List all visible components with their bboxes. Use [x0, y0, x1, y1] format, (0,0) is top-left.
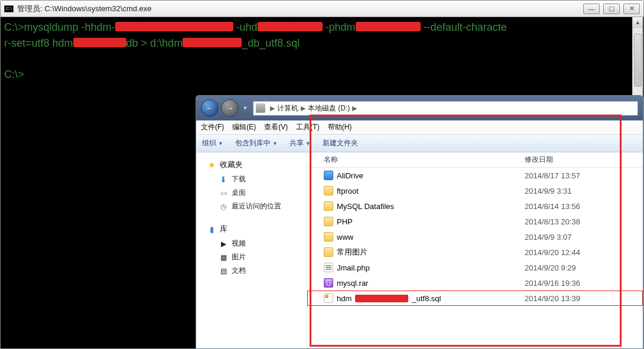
explorer-toolbar: 组织▼ 包含到库中▼ 共享▼ 新建文件夹 — [196, 135, 643, 152]
download-icon: ⬇ — [219, 175, 228, 184]
php-icon — [324, 263, 333, 272]
breadcrumb-computer[interactable]: 计算机 — [277, 103, 298, 113]
nav-favorites[interactable]: ★收藏夹 — [196, 157, 307, 172]
breadcrumb-drive-d[interactable]: 本地磁盘 (D:) — [308, 103, 350, 113]
maximize-button[interactable]: ▢ — [603, 4, 620, 14]
nav-pictures[interactable]: ▦图片 — [196, 250, 307, 264]
menu-tools[interactable]: 工具(T) — [296, 122, 319, 132]
recent-icon: ◷ — [219, 202, 228, 211]
file-name: ftproot — [337, 187, 359, 195]
cmd-app-icon: C:\ — [4, 5, 14, 12]
minimize-button[interactable]: — — [583, 4, 600, 14]
library-icon: ▮ — [207, 224, 216, 234]
file-name: www — [337, 233, 353, 242]
nav-pane: ★收藏夹 ⬇下载 ▭桌面 ◷最近访问的位置 ▮库 ▶视频 ▦图片 ▤文档 — [196, 152, 307, 348]
menu-view[interactable]: 查看(V) — [264, 122, 288, 132]
cmd-output: C:\>mysqldump -hhdm- -uhd -phdm --defaul… — [4, 19, 640, 83]
cmd-titlebar[interactable]: C:\ 管理员: C:\Windows\system32\cmd.exe — ▢… — [1, 1, 643, 17]
redacted-host — [115, 22, 233, 31]
file-date: 2014/9/16 19:36 — [525, 279, 643, 288]
file-date: 2014/9/9 3:07 — [525, 233, 643, 242]
chevron-right-icon: ▶ — [270, 105, 275, 112]
file-name: mysql.rar — [337, 279, 368, 288]
explorer-header: ← → ▼ ▶ 计算机 ▶ 本地磁盘 (D:) ▶ — [196, 96, 643, 120]
file-name-suffix: _utf8.sql — [412, 294, 441, 303]
file-row[interactable]: AliDrive2014/8/17 13:57 — [307, 168, 643, 183]
address-bar[interactable]: ▶ 计算机 ▶ 本地磁盘 (D:) ▶ — [253, 101, 638, 116]
file-row[interactable]: 常用图片2014/9/20 12:44 — [307, 244, 643, 260]
sql-icon — [324, 293, 333, 303]
toolbar-include[interactable]: 包含到库中▼ — [235, 138, 278, 148]
file-row[interactable]: MySQL Datafiles2014/8/14 13:56 — [307, 198, 643, 214]
chevron-right-icon: ▶ — [301, 105, 305, 112]
column-headers: 名称 修改日期 — [307, 152, 643, 168]
toolbar-share[interactable]: 共享▼ — [290, 138, 311, 148]
explorer-window: ← → ▼ ▶ 计算机 ▶ 本地磁盘 (D:) ▶ 文件(F) 编辑(E) 查看… — [196, 95, 643, 349]
file-date: 2014/8/14 13:56 — [525, 202, 643, 211]
redacted-dbname — [73, 38, 126, 47]
video-icon: ▶ — [219, 239, 228, 249]
scroll-thumb[interactable] — [634, 34, 642, 87]
redacted-filename — [355, 295, 408, 302]
col-header-name[interactable]: 名称 — [324, 155, 525, 165]
file-row[interactable]: Jmail.php2014/9/20 9:29 — [307, 260, 643, 275]
nav-desktop[interactable]: ▭桌面 — [196, 186, 307, 200]
file-name: PHP — [337, 217, 353, 226]
nav-downloads[interactable]: ⬇下载 — [196, 172, 307, 186]
explorer-menubar: 文件(F) 编辑(E) 查看(V) 工具(T) 帮助(H) — [196, 120, 643, 135]
file-date: 2014/8/13 20:38 — [525, 217, 643, 226]
menu-edit[interactable]: 编辑(E) — [232, 122, 256, 132]
menu-file[interactable]: 文件(F) — [201, 122, 224, 132]
nav-documents[interactable]: ▤文档 — [196, 264, 307, 278]
file-name: AliDrive — [337, 171, 363, 180]
file-date: 2014/9/20 9:29 — [525, 263, 643, 272]
file-date: 2014/8/17 13:57 — [525, 171, 643, 180]
document-icon: ▤ — [219, 266, 228, 276]
desktop-icon: ▭ — [219, 188, 228, 198]
file-row[interactable]: mysql.rar2014/9/16 19:36 — [307, 275, 643, 291]
redacted-pass — [356, 22, 421, 31]
chevron-down-icon: ▼ — [272, 141, 278, 146]
scroll-up-arrow-icon[interactable]: ▲ — [633, 17, 643, 28]
file-name: hdm — [337, 294, 352, 303]
chevron-down-icon: ▼ — [218, 141, 223, 146]
file-row[interactable]: www2014/9/9 3:07 — [307, 229, 643, 244]
chevron-down-icon: ▼ — [305, 141, 311, 146]
file-row[interactable]: PHP2014/8/13 20:38 — [307, 214, 643, 229]
nav-videos[interactable]: ▶视频 — [196, 237, 307, 250]
file-date: 2014/9/20 12:44 — [525, 248, 643, 257]
file-row[interactable]: ftproot2014/9/9 3:31 — [307, 183, 643, 198]
drive-icon — [256, 103, 265, 113]
nav-history-dropdown[interactable]: ▼ — [241, 105, 249, 111]
file-row[interactable]: hdm_utf8.sql2014/9/20 13:39 — [307, 291, 643, 306]
blue-icon — [324, 171, 333, 180]
nav-libraries[interactable]: ▮库 — [196, 221, 307, 237]
file-list: AliDrive2014/8/17 13:57ftproot2014/9/9 3… — [307, 168, 643, 306]
redacted-user — [258, 22, 323, 31]
file-name: Jmail.php — [337, 263, 370, 272]
redacted-out — [183, 38, 242, 47]
content-pane: 名称 修改日期 AliDrive2014/8/17 13:57ftproot20… — [307, 152, 643, 348]
toolbar-organize[interactable]: 组织▼ — [202, 138, 223, 148]
folder-icon — [324, 247, 333, 257]
nav-recent[interactable]: ◷最近访问的位置 — [196, 200, 307, 213]
chevron-right-icon: ▶ — [352, 105, 357, 112]
cmd-title: 管理员: C:\Windows\system32\cmd.exe — [17, 4, 583, 14]
folder-icon — [324, 186, 333, 195]
folder-icon — [324, 217, 333, 226]
nav-forward-button[interactable]: → — [221, 99, 239, 117]
close-button[interactable]: ✕ — [623, 4, 640, 14]
picture-icon: ▦ — [219, 253, 228, 262]
nav-back-button[interactable]: ← — [201, 99, 219, 117]
rar-icon — [324, 278, 333, 288]
menu-help[interactable]: 帮助(H) — [328, 122, 352, 132]
star-icon: ★ — [207, 160, 216, 169]
file-date: 2014/9/9 3:31 — [525, 187, 643, 195]
folder-icon — [324, 232, 333, 242]
file-name: MySQL Datafiles — [337, 202, 394, 211]
file-date: 2014/9/20 13:39 — [525, 294, 643, 303]
folder-icon — [324, 201, 333, 211]
toolbar-newfolder[interactable]: 新建文件夹 — [323, 138, 358, 148]
col-header-date[interactable]: 修改日期 — [525, 155, 643, 165]
file-name: 常用图片 — [337, 247, 367, 257]
